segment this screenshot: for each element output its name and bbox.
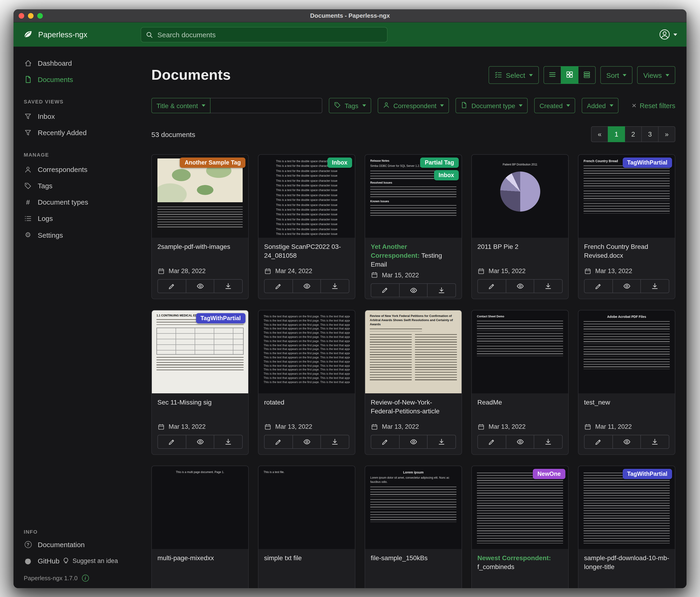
- tag-badge[interactable]: Inbox: [434, 170, 459, 181]
- download-document-button[interactable]: [214, 435, 243, 449]
- edit-document-button[interactable]: [264, 279, 293, 293]
- view-document-button[interactable]: [399, 435, 428, 449]
- view-document-button[interactable]: [505, 435, 534, 449]
- document-correspondent[interactable]: Yet Another Correspondent:: [371, 243, 420, 259]
- tag-badge[interactable]: NewOne: [533, 469, 566, 479]
- edit-document-button[interactable]: [584, 279, 613, 293]
- download-document-button[interactable]: [641, 435, 669, 449]
- document-thumbnail[interactable]: Release NotesSimba ODBC Driver for SQL S…: [365, 155, 461, 238]
- minimize-window-button[interactable]: [28, 13, 33, 19]
- document-thumbnail[interactable]: Lorem ipsumLorem ipsum dolor sit amet, c…: [365, 466, 461, 549]
- document-thumbnail[interactable]: TagWithPartial: [578, 466, 675, 549]
- created-filter-button[interactable]: Created: [534, 98, 575, 113]
- download-document-button[interactable]: [641, 279, 669, 293]
- edit-document-button[interactable]: [371, 283, 399, 297]
- sidebar-item-documentation[interactable]: ? Documentation: [14, 536, 141, 553]
- download-document-button[interactable]: [321, 435, 349, 449]
- sidebar-item-github[interactable]: GitHub: [14, 553, 62, 569]
- zoom-window-button[interactable]: [37, 13, 43, 19]
- document-title[interactable]: 2011 BP Pie 2: [477, 242, 562, 261]
- document-thumbnail[interactable]: This is a test for the double space char…: [258, 155, 355, 238]
- brand-link[interactable]: Paperless-ngx: [23, 29, 141, 40]
- document-title[interactable]: 2sample-pdf-with-images: [157, 242, 243, 261]
- document-correspondent[interactable]: Newest Correspondent:: [477, 554, 551, 562]
- views-button[interactable]: Views: [638, 66, 676, 84]
- document-thumbnail[interactable]: French Country BreadTagWithPartial: [578, 155, 675, 238]
- tag-badge[interactable]: Another Sample Tag: [180, 158, 246, 168]
- tag-badge[interactable]: Inbox: [327, 158, 352, 168]
- sort-button[interactable]: Sort: [600, 66, 632, 84]
- document-title[interactable]: multi-page-mixedxx: [157, 554, 243, 572]
- search-input[interactable]: [156, 30, 382, 39]
- document-title[interactable]: Review-of-New-York-Federal-Petitions-art…: [371, 398, 456, 416]
- sidebar-item-inbox[interactable]: Inbox: [14, 108, 141, 124]
- pagination-page[interactable]: 2: [625, 126, 642, 142]
- view-document-button[interactable]: [292, 279, 321, 293]
- tag-badge[interactable]: TagWithPartial: [622, 469, 672, 479]
- reset-filters-button[interactable]: × Reset filters: [632, 102, 675, 110]
- document-thumbnail[interactable]: Contact Sheet Demo: [472, 310, 568, 393]
- view-document-button[interactable]: [185, 435, 214, 449]
- download-document-button[interactable]: [321, 279, 349, 293]
- title-content-dropdown[interactable]: Title & content: [151, 98, 210, 113]
- view-document-button[interactable]: [505, 279, 534, 293]
- tags-filter-button[interactable]: Tags: [329, 98, 371, 113]
- sidebar-item-tags[interactable]: Tags: [14, 177, 141, 194]
- download-document-button[interactable]: [214, 279, 243, 293]
- document-title[interactable]: file-sample_150kBs: [371, 554, 456, 572]
- document-thumbnail[interactable]: NewOne: [472, 466, 568, 549]
- edit-document-button[interactable]: [157, 279, 186, 293]
- edit-document-button[interactable]: [157, 435, 186, 449]
- document-thumbnail[interactable]: 1.1 CONTINUING MEDICAL EDUCATagWithParti…: [152, 310, 248, 393]
- detail-view-button[interactable]: [578, 66, 596, 84]
- sidebar-item-settings[interactable]: ⚙ Settings: [14, 226, 141, 243]
- download-document-button[interactable]: [427, 283, 456, 297]
- document-title[interactable]: test_new: [584, 398, 669, 416]
- edit-document-button[interactable]: [584, 435, 613, 449]
- document-thumbnail[interactable]: This is a test file.: [258, 466, 355, 549]
- sidebar-item-document-types[interactable]: # Document types: [14, 194, 141, 210]
- view-document-button[interactable]: [399, 283, 428, 297]
- select-button[interactable]: Select: [489, 66, 539, 84]
- edit-document-button[interactable]: [371, 435, 399, 449]
- tag-badge[interactable]: TagWithPartial: [622, 158, 672, 168]
- pagination-page[interactable]: 3: [641, 126, 658, 142]
- list-view-button[interactable]: [543, 66, 561, 84]
- document-title[interactable]: Yet Another Correspondent: Testing Email: [371, 242, 456, 269]
- document-title[interactable]: simple txt file: [264, 554, 349, 572]
- pagination-page[interactable]: 1: [608, 126, 625, 142]
- document-thumbnail[interactable]: This is the text that appears on the fir…: [258, 310, 355, 393]
- sidebar-item-recently-added[interactable]: Recently Added: [14, 124, 141, 141]
- sidebar-item-suggest-idea[interactable]: Suggest an idea: [62, 557, 118, 565]
- document-type-filter-button[interactable]: Document type: [455, 98, 528, 113]
- view-document-button[interactable]: [612, 435, 641, 449]
- document-title[interactable]: Sonstige ScanPC2022 03-24_081058: [264, 242, 349, 261]
- pagination-next[interactable]: »: [658, 126, 675, 142]
- correspondent-filter-button[interactable]: Correspondent: [377, 98, 449, 113]
- document-title[interactable]: ReadMe: [477, 398, 562, 416]
- sidebar-item-correspondents[interactable]: Correspondents: [14, 161, 141, 177]
- document-title[interactable]: sample-pdf-download-10-mb-longer-title: [584, 554, 669, 572]
- view-document-button[interactable]: [292, 435, 321, 449]
- view-document-button[interactable]: [185, 279, 214, 293]
- document-thumbnail[interactable]: This is a multi page document. Page 1.: [152, 466, 248, 549]
- document-thumbnail[interactable]: Another Sample Tag: [152, 155, 248, 238]
- added-filter-button[interactable]: Added: [582, 98, 618, 113]
- document-thumbnail[interactable]: Review of New York Federal Petitions for…: [365, 310, 461, 393]
- document-thumbnail[interactable]: Adobe Acrobat PDF Files: [578, 310, 675, 393]
- document-title[interactable]: French Country Bread Revised.docx: [584, 242, 669, 261]
- sidebar-item-logs[interactable]: Logs: [14, 210, 141, 226]
- sidebar-item-dashboard[interactable]: Dashboard: [14, 55, 141, 71]
- download-document-button[interactable]: [534, 435, 562, 449]
- close-window-button[interactable]: [19, 13, 24, 19]
- pagination-prev[interactable]: «: [591, 126, 608, 142]
- download-document-button[interactable]: [534, 279, 562, 293]
- download-document-button[interactable]: [427, 435, 456, 449]
- grid-view-button[interactable]: [560, 66, 578, 84]
- document-title[interactable]: Sec 11-Missing sig: [157, 398, 243, 416]
- document-thumbnail[interactable]: Patient BP Distribution 2011: [472, 155, 568, 238]
- user-menu[interactable]: [659, 29, 677, 40]
- view-document-button[interactable]: [612, 279, 641, 293]
- document-title[interactable]: Newest Correspondent: f_combineds: [477, 554, 562, 572]
- document-title[interactable]: rotated: [264, 398, 349, 416]
